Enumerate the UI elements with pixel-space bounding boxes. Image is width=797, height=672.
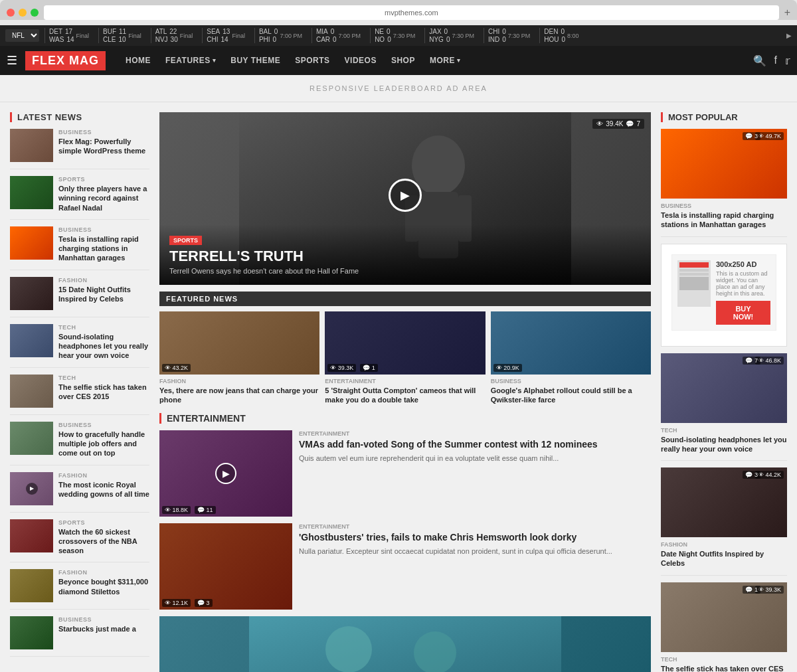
scores-nav-right[interactable]: ▶ — [786, 32, 792, 39]
news-category: BUSINESS — [58, 616, 149, 623]
svg-rect-5 — [249, 616, 561, 672]
score-item: CHI0IND07:30 PM — [484, 28, 534, 43]
news-category: SPORTS — [58, 519, 149, 526]
list-item[interactable]: BUSINESS Starbucks just made a — [10, 616, 149, 657]
news-item-content: TECH Sound-isolating headphones let you … — [58, 324, 149, 361]
featured-news-label: FEATURED NEWS — [159, 292, 651, 306]
list-item[interactable]: SPORTS Only three players have a winning… — [10, 176, 149, 220]
popular-thumbnail: 👁 39.3K 💬 1 — [661, 582, 787, 652]
latest-news-title: LATEST NEWS — [10, 112, 149, 122]
new-tab-button[interactable]: + — [784, 7, 790, 19]
nav-sports[interactable]: SPORTS — [288, 46, 336, 75]
list-item[interactable]: 👁 14.5K 💬 5 — [159, 616, 651, 672]
play-button[interactable]: ▶ — [389, 179, 422, 212]
list-item[interactable]: 👁 49.7K 💬 3 BUSINESS Tesla is installing… — [661, 129, 787, 237]
news-title: Flex Mag: Powerfully simple WordPress th… — [58, 137, 149, 156]
maximize-button[interactable] — [31, 9, 39, 17]
address-bar[interactable]: mvpthemes.com — [44, 5, 779, 20]
nav-icons: 🔍 f 𝕣 — [753, 54, 790, 67]
hero-title: TERRELL'S TRUTH — [169, 248, 641, 264]
list-item[interactable]: FASHION 15 Date Night Outfits Inspired b… — [10, 277, 149, 317]
score-item: DEN0HOU08:00 — [539, 28, 582, 43]
page-content: LATEST NEWS BUSINESS Flex Mag: Powerfull… — [0, 102, 797, 672]
list-item[interactable]: 👁 46.8K 💬 7 TECH Sound-isolating headpho… — [661, 353, 787, 462]
comment-badge: 💬 1 — [360, 364, 378, 372]
league-select[interactable]: NFL — [5, 29, 39, 42]
score-item: BAL0PHI07:00 PM — [254, 28, 306, 43]
news-category: BUSINESS — [58, 129, 149, 135]
news-category: FASHION — [58, 277, 149, 284]
score-item: NE0NO07:30 PM — [370, 28, 419, 43]
entertainment-content: ENTERTAINMENT VMAs add fan-voted Song of… — [299, 430, 651, 517]
list-item[interactable]: FASHION Beyonce bought $311,000 diamond … — [10, 569, 149, 610]
twitter-icon[interactable]: 𝕣 — [785, 54, 790, 67]
news-title: The most iconic Royal wedding gowns of a… — [58, 480, 149, 499]
list-item[interactable]: 👁 12.1K 💬 3 ENTERTAINMENT 'Ghostbusters'… — [159, 523, 651, 610]
list-item[interactable]: 👁 44.2K 💬 3 FASHION Date Night Outfits I… — [661, 467, 787, 576]
minimize-button[interactable] — [19, 9, 27, 17]
close-button[interactable] — [7, 9, 15, 17]
news-item-thumbnail — [10, 277, 53, 310]
news-item-content: BUSINESS How to gracefully handle multip… — [58, 422, 149, 458]
news-item-content: FASHION The most iconic Royal wedding go… — [58, 472, 149, 505]
score-item: SEA13CHI14Final — [202, 28, 249, 43]
entertainment-thumbnail: 👁 14.5K 💬 5 — [159, 616, 651, 672]
hamburger-menu[interactable]: ☰ — [7, 53, 17, 68]
list-item[interactable]: 👁 43.2K FASHION Yes, there are now jeans… — [159, 311, 319, 405]
list-item[interactable]: 👁 39.3K 💬 1 TECH The selfie stick has ta… — [661, 582, 787, 672]
ent-category: ENTERTAINMENT — [299, 430, 651, 437]
news-item-content: BUSINESS Tesla is installing rapid charg… — [58, 226, 149, 263]
ad-buy-button[interactable]: BUY NOW! — [716, 301, 770, 325]
most-popular-sidebar: MOST POPULAR 👁 49.7K 💬 3 BUSINESS Tesla … — [661, 112, 787, 672]
featured-stats: 👁 20.9K — [493, 364, 522, 372]
news-item-content: FASHION 15 Date Night Outfits Inspired b… — [58, 277, 149, 310]
popular-category: BUSINESS — [661, 203, 787, 209]
ad-description: This is a custom ad widget. You can plac… — [716, 270, 770, 297]
list-item[interactable]: TECH The selfie stick has taken over CES… — [10, 375, 149, 415]
featured-category: FASHION — [159, 378, 319, 384]
nav-more[interactable]: MORE ▾ — [423, 46, 468, 75]
news-item-content: SPORTS Only three players have a winning… — [58, 176, 149, 212]
list-item[interactable]: BUSINESS How to gracefully handle multip… — [10, 422, 149, 465]
nav-shop[interactable]: SHOP — [385, 46, 422, 75]
featured-title: Google's Alphabet rollout could still be… — [491, 386, 651, 405]
news-category: FASHION — [58, 472, 149, 479]
browser-window: mvpthemes.com + — [0, 0, 797, 20]
list-item[interactable]: 👁 39.3K 💬 1 ENTERTAINMENT 5 'Straight Ou… — [325, 311, 485, 405]
news-item-thumbnail — [10, 519, 53, 552]
featured-thumbnail: 👁 39.3K 💬 1 — [325, 311, 485, 375]
hero-article[interactable]: 👁 39.4K 💬 7 ▶ SPORTS TERRELL'S TRUTH Ter… — [159, 112, 651, 285]
list-item[interactable]: 👁 18.8K 💬 11 ▶ ENTERTAINMENT VMAs add fa… — [159, 430, 651, 517]
score-item: BUF11CLE10Final — [98, 28, 145, 43]
news-item-content: BUSINESS Flex Mag: Powerfully simple Wor… — [58, 129, 149, 162]
list-item[interactable]: ▶ FASHION The most iconic Royal wedding … — [10, 472, 149, 513]
comment-badge: 💬 3 — [743, 132, 760, 140]
search-icon[interactable]: 🔍 — [753, 54, 766, 67]
ent-stats: 👁 18.8K 💬 11 — [162, 506, 216, 514]
comment-badge: 💬 3 — [195, 599, 213, 607]
view-badge: 👁 39.3K — [327, 364, 356, 372]
list-item[interactable]: BUSINESS Flex Mag: Powerfully simple Wor… — [10, 129, 149, 169]
list-item[interactable]: SPORTS Watch the 60 sickest crossovers o… — [10, 519, 149, 563]
list-item[interactable]: 👁 20.9K BUSINESS Google's Alphabet rollo… — [491, 311, 651, 405]
play-icon: ▶ — [26, 483, 38, 495]
hero-overlay: SPORTS TERRELL'S TRUTH Terrell Owens say… — [159, 224, 651, 285]
nav-videos[interactable]: VIDEOS — [338, 46, 383, 75]
nav-home[interactable]: HOME — [119, 46, 157, 75]
nav-features[interactable]: FEATURES ▾ — [159, 46, 222, 75]
view-badge: 👁 43.2K — [162, 364, 191, 372]
list-item[interactable]: TECH Sound-isolating headphones let you … — [10, 324, 149, 368]
ent-category: ENTERTAINMENT — [299, 523, 651, 530]
ent-title[interactable]: 'Ghostbusters' tries, fails to make Chri… — [299, 532, 651, 543]
list-item[interactable]: BUSINESS Tesla is installing rapid charg… — [10, 226, 149, 270]
site-logo[interactable]: FLEX MAG — [25, 51, 106, 70]
nav-buy-theme[interactable]: BUY THEME — [224, 46, 287, 75]
ent-title[interactable]: VMAs add fan-voted Song of the Summer co… — [299, 439, 651, 450]
featured-category: BUSINESS — [491, 378, 651, 384]
entertainment-section-title: ENTERTAINMENT — [159, 413, 651, 424]
news-item-content: SPORTS Watch the 60 sickest crossovers o… — [58, 519, 149, 556]
svg-point-1 — [412, 135, 465, 195]
news-item-thumbnail — [10, 226, 53, 260]
facebook-icon[interactable]: f — [774, 54, 777, 66]
featured-stats: 👁 43.2K — [162, 364, 191, 372]
